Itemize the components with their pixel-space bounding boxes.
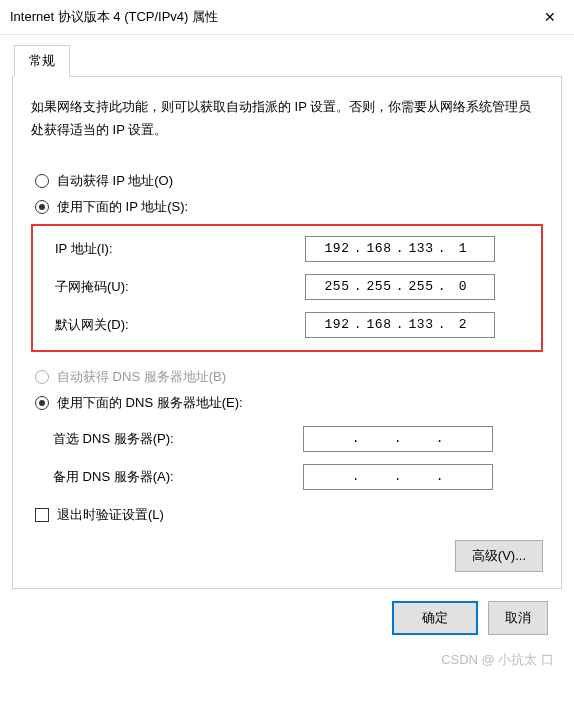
tab-general[interactable]: 常规 <box>14 45 70 77</box>
radio-dns-auto: 自动获得 DNS 服务器地址(B) <box>31 368 543 386</box>
ip-octet[interactable]: 255 <box>406 279 436 294</box>
ip-octet[interactable]: 2 <box>448 317 478 332</box>
ip-address-input[interactable]: 192. 168. 133. 1 <box>305 236 495 262</box>
radio-label: 自动获得 IP 地址(O) <box>57 172 173 190</box>
ip-address-label: IP 地址(I): <box>55 240 305 258</box>
dns-pref-label: 首选 DNS 服务器(P): <box>53 430 303 448</box>
radio-ip-auto[interactable]: 自动获得 IP 地址(O) <box>31 172 543 190</box>
ip-fields-highlight: IP 地址(I): 192. 168. 133. 1 子网掩码(U): 255.… <box>31 224 543 352</box>
radio-icon <box>35 370 49 384</box>
radio-icon <box>35 396 49 410</box>
description-text: 如果网络支持此功能，则可以获取自动指派的 IP 设置。否则，你需要从网络系统管理… <box>31 95 543 142</box>
ip-octet[interactable]: 255 <box>364 279 394 294</box>
gateway-label: 默认网关(D): <box>55 316 305 334</box>
ip-octet[interactable]: 168 <box>364 241 394 256</box>
close-icon[interactable]: ✕ <box>538 9 562 25</box>
cancel-button[interactable]: 取消 <box>488 601 548 635</box>
dns-alt-input[interactable]: . . . <box>303 464 493 490</box>
radio-label: 自动获得 DNS 服务器地址(B) <box>57 368 226 386</box>
ok-button[interactable]: 确定 <box>392 601 478 635</box>
dns-pref-input[interactable]: . . . <box>303 426 493 452</box>
advanced-button[interactable]: 高级(V)... <box>455 540 543 572</box>
ip-octet[interactable]: 192 <box>322 317 352 332</box>
gateway-input[interactable]: 192. 168. 133. 2 <box>305 312 495 338</box>
subnet-mask-input[interactable]: 255. 255. 255. 0 <box>305 274 495 300</box>
ip-octet[interactable]: 1 <box>448 241 478 256</box>
radio-label: 使用下面的 DNS 服务器地址(E): <box>57 394 243 412</box>
ip-octet[interactable]: 168 <box>364 317 394 332</box>
subnet-mask-label: 子网掩码(U): <box>55 278 305 296</box>
radio-ip-manual[interactable]: 使用下面的 IP 地址(S): <box>31 198 543 216</box>
checkbox-label: 退出时验证设置(L) <box>57 506 164 524</box>
radio-dns-manual[interactable]: 使用下面的 DNS 服务器地址(E): <box>31 394 543 412</box>
ip-octet[interactable]: 0 <box>448 279 478 294</box>
radio-icon <box>35 200 49 214</box>
dns-alt-label: 备用 DNS 服务器(A): <box>53 468 303 486</box>
radio-label: 使用下面的 IP 地址(S): <box>57 198 188 216</box>
radio-icon <box>35 174 49 188</box>
ip-octet[interactable]: 192 <box>322 241 352 256</box>
ip-octet[interactable]: 255 <box>322 279 352 294</box>
window-title: Internet 协议版本 4 (TCP/IPv4) 属性 <box>10 8 218 26</box>
validate-on-exit-checkbox[interactable]: 退出时验证设置(L) <box>31 506 543 524</box>
checkbox-icon <box>35 508 49 522</box>
ip-octet[interactable]: 133 <box>406 317 436 332</box>
ip-octet[interactable]: 133 <box>406 241 436 256</box>
